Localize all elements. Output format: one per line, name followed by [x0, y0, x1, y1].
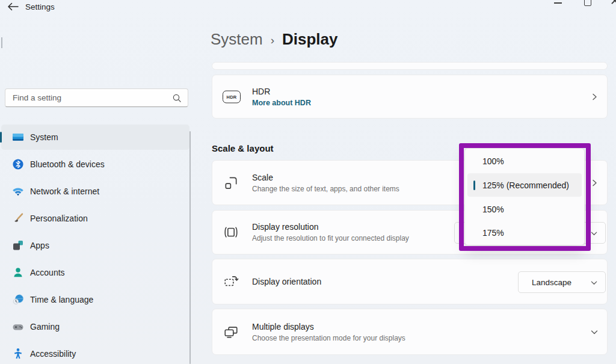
settings-window: Settings System Bluetooth & devices — [0, 0, 616, 364]
hdr-icon: HDR — [223, 90, 241, 103]
display-resolution-title: Display resolution — [252, 222, 409, 232]
breadcrumb-separator-icon: › — [271, 32, 274, 47]
scale-subtitle: Change the size of text, apps, and other… — [252, 185, 399, 193]
sidebar-scrollbar[interactable] — [189, 131, 191, 364]
gamepad-icon — [12, 321, 24, 333]
chevron-down-icon — [590, 229, 598, 237]
sidebar-item-gaming[interactable]: Gaming — [1, 314, 189, 339]
maximize-button[interactable] — [584, 0, 591, 6]
paintbrush-icon — [12, 212, 24, 224]
display-resolution-icon — [223, 224, 239, 240]
chevron-right-icon[interactable] — [590, 179, 599, 187]
sidebar-item-label: Time & language — [30, 287, 93, 312]
back-button[interactable] — [7, 2, 19, 11]
sidebar-item-network-internet[interactable]: Network & internet — [1, 179, 189, 204]
sidebar-item-label: System — [30, 125, 58, 150]
page-title: Display — [282, 30, 338, 49]
scale-dropdown-flyout: 100% 125% (Recommended) 150% 175% — [464, 148, 585, 245]
scale-option-100[interactable]: 100% — [465, 149, 584, 173]
multiple-displays-title: Multiple displays — [252, 322, 405, 332]
sidebar-item-bluetooth-devices[interactable]: Bluetooth & devices — [1, 152, 189, 177]
breadcrumb-parent[interactable]: System — [211, 30, 263, 49]
display-orientation-title: Display orientation — [252, 277, 321, 286]
chevron-right-icon[interactable] — [590, 93, 599, 101]
sidebar-item-accounts[interactable]: Accounts — [1, 260, 189, 285]
chevron-down-icon — [590, 279, 598, 286]
accessibility-person-icon — [12, 348, 24, 360]
hdr-title: HDR — [252, 87, 311, 96]
system-icon — [12, 131, 24, 143]
search-icon[interactable] — [172, 93, 182, 103]
sidebar-item-label: Accounts — [30, 260, 65, 285]
selected-accent-bar — [0, 132, 2, 143]
section-heading: Scale & layout — [212, 143, 274, 153]
scale-icon — [223, 175, 239, 191]
sidebar-item-label: Gaming — [30, 314, 60, 339]
multiple-displays-subtitle: Choose the presentation mode for your di… — [252, 334, 405, 342]
scale-option-175[interactable]: 175% — [465, 221, 584, 244]
window-title: Settings — [25, 2, 55, 11]
person-icon — [12, 267, 24, 279]
scale-option-label: 125% (Recommended) — [482, 180, 569, 190]
search-box[interactable] — [5, 88, 188, 107]
scale-option-125-selected[interactable]: 125% (Recommended) — [467, 173, 582, 197]
close-button[interactable] — [611, 0, 616, 4]
globe-clock-icon — [12, 294, 24, 306]
display-resolution-subtitle: Adjust the resolution to fit your connec… — [252, 234, 409, 242]
display-orientation-select[interactable]: Landscape — [518, 271, 606, 293]
sidebar-item-label: Bluetooth & devices — [30, 152, 105, 177]
selected-option-accent-bar — [473, 180, 475, 190]
display-orientation-value: Landscape — [519, 278, 571, 287]
partial-card-strip — [212, 62, 608, 70]
chevron-down-icon[interactable] — [590, 328, 599, 336]
scale-option-150[interactable]: 150% — [465, 197, 584, 221]
wifi-icon — [12, 185, 24, 197]
sidebar-item-label: Apps — [30, 233, 49, 258]
search-input[interactable] — [5, 93, 172, 102]
hdr-row[interactable]: HDR HDR More about HDR — [212, 75, 608, 119]
back-arrow-icon — [7, 2, 19, 11]
multiple-displays-row[interactable]: Multiple displays Choose the presentatio… — [212, 309, 608, 355]
sidebar-item-label: Personalization — [30, 206, 88, 231]
sidebar-item-accessibility[interactable]: Accessibility — [1, 341, 189, 364]
sidebar-item-apps[interactable]: Apps — [1, 233, 189, 258]
sidebar-item-label: Accessibility — [30, 341, 76, 364]
minimize-button[interactable] — [554, 2, 562, 4]
sidebar-nav: System Bluetooth & devices Network & int… — [0, 125, 192, 364]
bluetooth-icon — [12, 158, 24, 170]
hdr-more-link[interactable]: More about HDR — [252, 99, 311, 107]
sidebar-item-time-language[interactable]: Time & language — [1, 287, 189, 312]
apps-grid-icon — [12, 239, 24, 251]
scale-title: Scale — [252, 173, 399, 182]
display-orientation-row[interactable]: Display orientation Landscape — [212, 259, 608, 304]
screen-edge-artifact — [1, 37, 2, 48]
breadcrumb: System › Display — [211, 30, 338, 49]
multiple-displays-icon — [223, 324, 239, 340]
display-orientation-icon — [223, 274, 239, 289]
sidebar-item-label: Network & internet — [30, 179, 99, 204]
sidebar-item-personalization[interactable]: Personalization — [1, 206, 189, 231]
sidebar-item-system[interactable]: System — [1, 125, 189, 150]
